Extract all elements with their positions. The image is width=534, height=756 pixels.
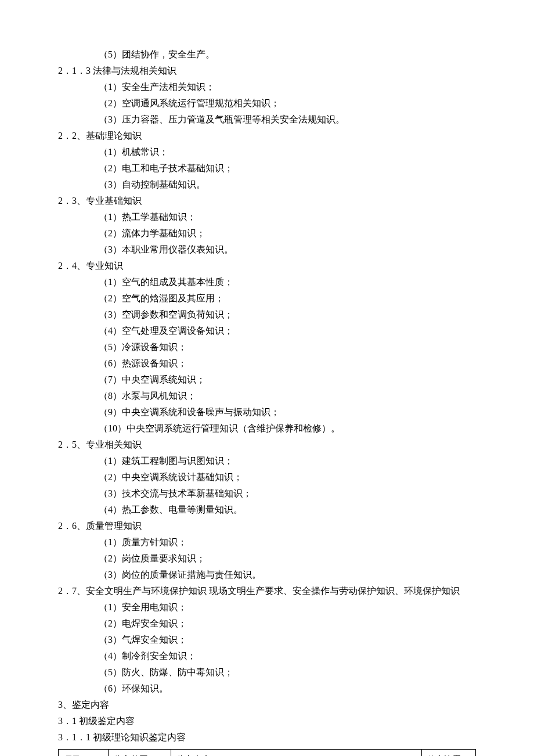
text-line: （2）岗位质量要求知识； xyxy=(58,550,476,567)
text-line: （2）流体力学基础知识； xyxy=(58,225,476,242)
text-line: （1）安全生产法相关知识； xyxy=(58,79,476,95)
text-line: （9）中央空调系统和设备噪声与振动知识； xyxy=(58,404,476,420)
text-line: （3）气焊安全知识； xyxy=(58,632,476,648)
text-line: 2．2、基础理论知识 xyxy=(58,128,476,144)
text-line: 2．1．3 法律与法规相关知识 xyxy=(58,63,476,79)
text-line: （4）热工参数、电量等测量知识。 xyxy=(58,502,476,518)
header-content: 鉴定内容 xyxy=(171,750,421,757)
text-line: （1）机械常识； xyxy=(58,144,476,160)
assessment-table: 项目 鉴定范围 鉴定内容 鉴定比重 xyxy=(58,749,476,756)
text-line: （2）电焊安全知识； xyxy=(58,615,476,632)
text-line: 3．1．1 初级理论知识鉴定内容 xyxy=(58,729,476,746)
header-weight: 鉴定比重 xyxy=(421,750,475,757)
text-line: （1）安全用电知识； xyxy=(58,599,476,615)
header-scope: 鉴定范围 xyxy=(109,750,171,757)
text-line: （3）自动控制基础知识。 xyxy=(58,177,476,193)
table-header-row: 项目 鉴定范围 鉴定内容 鉴定比重 xyxy=(59,750,476,757)
text-line: （5）冷源设备知识； xyxy=(58,339,476,355)
text-line: （2）空调通风系统运行管理规范相关知识； xyxy=(58,95,476,111)
text-line: （3）压力容器、压力管道及气瓶管理等相关安全法规知识。 xyxy=(58,111,476,128)
text-line: （6）热源设备知识； xyxy=(58,355,476,372)
text-line: （2）空气的焓湿图及其应用； xyxy=(58,290,476,307)
text-line: （1）建筑工程制图与识图知识； xyxy=(58,453,476,469)
text-line: （6）环保知识。 xyxy=(58,681,476,697)
document-body: （5）团结协作，安全生产。2．1．3 法律与法规相关知识（1）安全生产法相关知识… xyxy=(58,46,476,746)
text-line: （8）水泵与风机知识； xyxy=(58,388,476,404)
text-line: 2．3、专业基础知识 xyxy=(58,193,476,209)
text-line: （7）中央空调系统知识； xyxy=(58,372,476,388)
text-line: （3）岗位的质量保证措施与责任知识。 xyxy=(58,567,476,583)
text-line: （1）质量方针知识； xyxy=(58,534,476,550)
text-line: （4）空气处理及空调设备知识； xyxy=(58,323,476,339)
text-line: 2．5、专业相关知识 xyxy=(58,437,476,453)
text-line: （5）防火、防爆、防中毒知识； xyxy=(58,664,476,681)
header-item: 项目 xyxy=(59,750,109,757)
text-line: （1）空气的组成及其基本性质； xyxy=(58,274,476,290)
text-line: 3．1 初级鉴定内容 xyxy=(58,713,476,729)
text-line: （5）团结协作，安全生产。 xyxy=(58,46,476,63)
text-line: （3）技术交流与技术革新基础知识； xyxy=(58,485,476,502)
text-line: 3、鉴定内容 xyxy=(58,697,476,713)
text-line: （2）电工和电子技术基础知识； xyxy=(58,160,476,177)
text-line: （10）中央空调系统运行管理知识（含维护保养和检修）。 xyxy=(58,420,476,437)
text-line: 2．7、安全文明生产与环境保护知识 现场文明生产要求、安全操作与劳动保护知识、环… xyxy=(58,583,476,599)
text-line: （1）热工学基础知识； xyxy=(58,209,476,225)
text-line: （4）制冷剂安全知识； xyxy=(58,648,476,664)
text-line: 2．4、专业知识 xyxy=(58,258,476,274)
text-line: （3）本职业常用仪器仪表知识。 xyxy=(58,242,476,258)
text-line: （3）空调参数和空调负荷知识； xyxy=(58,307,476,323)
text-line: （2）中央空调系统设计基础知识； xyxy=(58,469,476,485)
text-line: 2．6、质量管理知识 xyxy=(58,518,476,534)
